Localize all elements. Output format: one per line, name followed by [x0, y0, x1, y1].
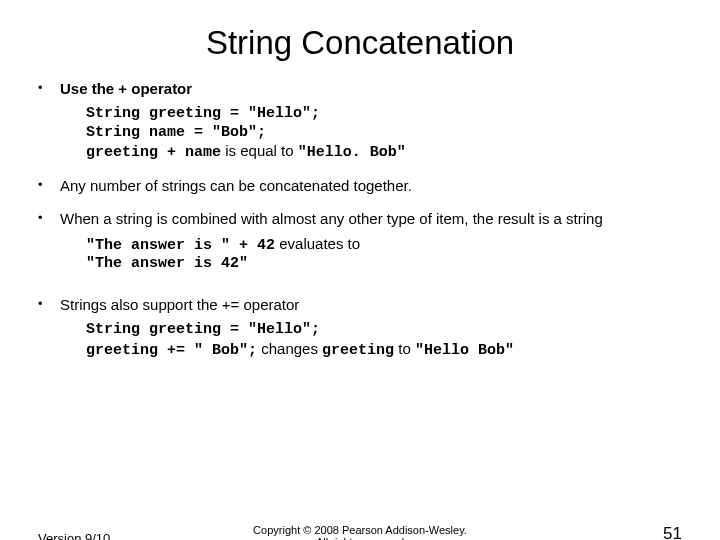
code-result: "Hello. Bob"	[298, 144, 406, 161]
code-text: is equal to	[221, 142, 298, 159]
code-text: to	[394, 340, 415, 357]
bullet-2-text: Any number of strings can be concatenate…	[60, 177, 682, 196]
code-block-1: String greeting = "Hello"; String name =…	[86, 105, 682, 163]
code-expr: "The answer is " + 42	[86, 237, 275, 254]
bullet-dot: •	[38, 296, 60, 312]
code-line: greeting += " Bob"; changes greeting to …	[86, 340, 682, 361]
code-expr: greeting + name	[86, 144, 221, 161]
code-line: String greeting = "Hello";	[86, 105, 682, 124]
bullet-dot: •	[38, 210, 60, 226]
slide-title: String Concatenation	[0, 24, 720, 62]
slide: String Concatenation • Use the + operato…	[0, 24, 720, 540]
bullet-3: • When a string is combined with almost …	[38, 210, 682, 229]
slide-body: • Use the + operator String greeting = "…	[0, 80, 720, 360]
code-block-3: String greeting = "Hello"; greeting += "…	[86, 321, 682, 361]
code-line: String greeting = "Hello";	[86, 321, 682, 340]
bullet-1-text: Use the + operator	[60, 80, 682, 99]
code-line: String name = "Bob";	[86, 124, 682, 143]
code-result: "Hello Bob"	[415, 342, 514, 359]
bullet-1: • Use the + operator	[38, 80, 682, 99]
code-block-2: "The answer is " + 42 evaluates to "The …	[86, 235, 682, 275]
bullet-4: • Strings also support the += operator	[38, 296, 682, 315]
code-line: greeting + name is equal to "Hello. Bob"	[86, 142, 682, 163]
bullet-4-text: Strings also support the += operator	[60, 296, 682, 315]
bullet-dot: •	[38, 80, 60, 96]
bullet-2: • Any number of strings can be concatena…	[38, 177, 682, 196]
copyright-line-2: All rights reserved	[316, 536, 404, 540]
copyright-line-1: Copyright © 2008 Pearson Addison-Wesley.	[253, 524, 467, 536]
footer-copyright: Copyright © 2008 Pearson Addison-Wesley.…	[0, 524, 720, 540]
code-var: greeting	[322, 342, 394, 359]
code-line: "The answer is " + 42 evaluates to	[86, 235, 682, 256]
code-expr: greeting += " Bob";	[86, 342, 257, 359]
code-line: "The answer is 42"	[86, 255, 682, 274]
code-text: changes	[257, 340, 322, 357]
footer-pagenum: 51	[663, 524, 682, 540]
bullet-dot: •	[38, 177, 60, 193]
bullet-3-text: When a string is combined with almost an…	[60, 210, 682, 229]
code-text: evaluates to	[275, 235, 360, 252]
